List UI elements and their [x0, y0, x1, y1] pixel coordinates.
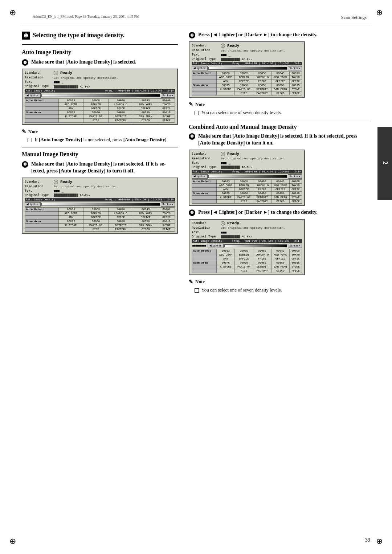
note-section-right-1: ✎ Note You can select one of seven densi…	[189, 101, 370, 116]
note-icon-right-2: ✎	[189, 279, 193, 285]
lcd-screen-5: Standard ○ Ready Resolution Set original…	[189, 219, 305, 275]
step-1-manual-circle: ❶	[22, 161, 28, 168]
step-1-combined: ❶ Make sure that [Auto Image Den­sity] i…	[189, 133, 370, 147]
section-title-header: Scan Settings	[341, 15, 367, 20]
manual-image-density-title: Manual Image Density	[22, 151, 178, 158]
step-1-circle: ❶	[22, 59, 28, 66]
main-content: ❶ Selecting the type of image density. A…	[22, 31, 370, 297]
step-2-auto-right: ❷ Press [◄ Lighter] or [Darker ►] to cha…	[189, 31, 370, 38]
density-indicator-2	[41, 203, 160, 206]
note-icon-right-1: ✎	[189, 101, 193, 107]
lighter-btn-4[interactable]: ◄Lighter	[192, 174, 208, 179]
corner-mark-tr: ⊕	[374, 7, 385, 18]
note-section-1: ✎ Note If [Auto Image Density] is not se…	[22, 129, 178, 143]
darker-btn-3[interactable]: Darker►	[288, 66, 302, 70]
lcd-row-origtype: Original Type ▓▓▓▓▓▓▓▓▓▓▓▓▓▓ AC-Fax	[25, 85, 175, 88]
lcd-row-resolution: Resolution Set original and specify dest…	[25, 76, 175, 80]
note-section-right-2: ✎ Note You can select one of seven densi…	[189, 279, 370, 294]
page-number: 39	[365, 537, 370, 543]
right-column: ❷ Press [◄ Lighter] or [Darker ►] to cha…	[189, 31, 370, 297]
step-1-manual: ❶ Make sure that [Auto Image Den­sity] i…	[22, 160, 178, 175]
lighter-btn-2[interactable]: ◄Lighter	[25, 202, 41, 207]
corner-mark-bl: ⊕	[7, 536, 18, 547]
density-indicator-1	[41, 94, 160, 97]
file-info: AdoniC2_EN_b-f_FM.book Page 39 Tuesday, …	[33, 15, 139, 19]
corner-mark-tl: ⊕	[7, 7, 18, 18]
step-1-auto: ❶ Make sure that [Auto Image Density] is…	[22, 58, 178, 66]
lcd-row-standard-2: Standard ○ Ready	[25, 180, 175, 184]
lighter-btn-1[interactable]: ◄Lighter	[25, 93, 41, 98]
step-2-combined-text: Press [◄ Lighter] or [Darker ►] to chang…	[198, 209, 318, 216]
step-1-manual-text: Make sure that [Auto Image Den­sity] is …	[31, 160, 178, 175]
main-title-text: Selecting the type of image density.	[33, 31, 124, 39]
lighter-btn-5[interactable]: ◄Lighter	[208, 244, 224, 248]
lcd-screen-2: Standard ○ Ready Resolution Set original…	[22, 178, 178, 234]
auto-image-density-title: Auto Image Density	[22, 49, 178, 56]
page-header: AdoniC2_EN_b-f_FM.book Page 39 Tuesday, …	[22, 15, 370, 22]
note-text-right-2: You can select one of seven density leve…	[189, 286, 370, 294]
corner-mark-br: ⊕	[374, 536, 385, 547]
lcd-density-bar-4: Auto Image Density Freq. | 001~080 | 081…	[192, 170, 302, 174]
lcd-row-text-2: Text ■■■ _	[25, 189, 175, 193]
lcd-row-standard: Standard ○ Ready	[25, 71, 175, 75]
step-1-combined-text: Make sure that [Auto Image Den­sity] is …	[198, 133, 370, 147]
combined-section-title: Combined Auto and Manual Image Density	[189, 124, 370, 130]
density-table-1: Auto Detect 0003300065000500004300090 AE…	[25, 98, 175, 123]
lcd-density-bar-3: Auto Image Density Freq. | 001~080 | 081…	[192, 62, 302, 65]
standby-icon-3: ○	[221, 44, 225, 48]
lcd-density-bar-5: Auto Image Density Freq. | 001~080 | 081…	[192, 239, 302, 243]
chapter-tab: 2	[377, 127, 392, 200]
lighter-darker-row-1: ◄Lighter Darker►	[25, 93, 175, 98]
main-section-icon: ❶	[22, 32, 30, 40]
lcd-screen-3: Standard ○ Ready Resolution Set original…	[189, 41, 305, 98]
step-1-text: Make sure that [Auto Image Density] is s…	[31, 58, 136, 66]
lcd-screen-1: Standard ○ Ready Resolution Set original…	[22, 69, 178, 125]
page-container: ⊕ ⊕ ⊕ ⊕ AdoniC2_EN_b-f_FM.book Page 39 T…	[0, 0, 392, 554]
lcd-density-bar-1: Auto Image Density Freq. | 001~080 | 081…	[25, 89, 175, 93]
left-column: ❶ Selecting the type of image density. A…	[22, 31, 178, 297]
standby-icon-1: ○	[54, 71, 58, 75]
standby-icon-4: ○	[221, 152, 225, 156]
lcd-row-resolution-2: Resolution Set original and specify dest…	[25, 185, 175, 188]
note-title-1: ✎ Note	[22, 129, 178, 135]
lcd-screen-4: Standard ○ Ready Resolution Set original…	[189, 150, 305, 206]
note-title-right-1: ✎ Note	[189, 101, 370, 107]
step-2-auto-right-text: Press [◄ Lighter] or [Darker ►] to chang…	[198, 31, 318, 38]
note-title-right-2: ✎ Note	[189, 279, 370, 285]
step-2-combined: ❷ Press [◄ Lighter] or [Darker ►] to cha…	[189, 209, 370, 216]
darker-btn-1[interactable]: Darker►	[161, 93, 175, 98]
darker-btn-2[interactable]: Darker►	[161, 202, 175, 207]
step-2-combined-circle: ❷	[189, 209, 195, 216]
standby-icon-2: ○	[54, 180, 58, 184]
standby-icon-5: ○	[221, 221, 225, 225]
lcd-density-bar-2: Auto Image Density Freq. | 001~080 | 081…	[25, 198, 175, 201]
step-1-combined-circle: ❶	[189, 133, 195, 140]
lighter-darker-row-2: ◄Lighter Darker►	[25, 202, 175, 207]
lcd-row-origtype-2: Original Type ▓▓▓▓▓▓▓▓▓▓▓▓▓▓ AC-Fax	[25, 194, 175, 197]
darker-btn-4[interactable]: Darker►	[288, 174, 302, 179]
darker-btn-5[interactable]: Darker►	[288, 244, 302, 248]
step-2-auto-right-circle: ❷	[189, 32, 195, 38]
note-text-right-1: You can select one of seven density leve…	[189, 109, 370, 116]
main-heading: ❶ Selecting the type of image density.	[22, 31, 178, 40]
note-text-1: If [Auto Image Density] is not selected,…	[22, 136, 178, 143]
note-icon-1: ✎	[22, 129, 26, 135]
lighter-btn-3[interactable]: ◄Lighter	[192, 66, 208, 70]
density-table-2: Auto Detect 0003300065000500004300090 AE…	[25, 207, 175, 232]
lcd-row-text: Text ■■■ _	[25, 80, 175, 84]
